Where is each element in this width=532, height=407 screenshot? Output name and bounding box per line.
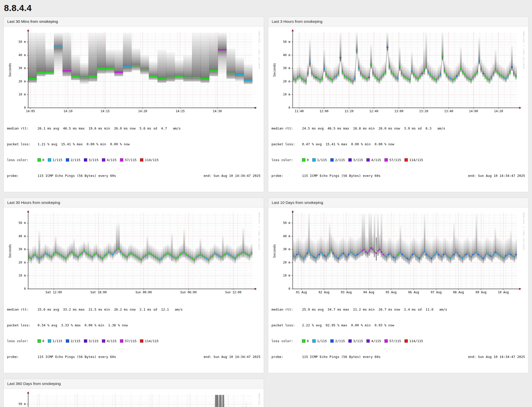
median-rtt-row: median rtt: 25.9 ms avg 34.7 ms max 21.2… xyxy=(272,307,525,312)
loss-color-swatch-icon xyxy=(102,158,105,162)
panel-body: median rtt: 24.5 ms avg 46.5 ms max 18.8… xyxy=(268,27,528,192)
loss-color-swatch-icon xyxy=(84,158,87,162)
panel-title: Last 10 Days from smokeping xyxy=(268,198,528,208)
loss-legend-label: 1/115 xyxy=(317,338,327,344)
loss-color-swatch-icon xyxy=(312,339,316,343)
loss-legend-item: 114/115 xyxy=(140,157,159,163)
page-title: 8.8.4.4 xyxy=(0,0,532,17)
loss-legend: 01/1152/1153/1154/11557/115114/115 xyxy=(302,157,427,163)
loss-legend-item: 114/115 xyxy=(140,338,159,344)
loss-legend: 01/1152/1153/1154/11557/115114/115 xyxy=(38,338,162,344)
packet-loss-value: 2.22 % avg 92.95 % max 0.00 % min 0.93 %… xyxy=(302,323,525,328)
panel-title: Last 30 Hours from smokeping xyxy=(4,198,264,208)
probe-row: probe: 115 ICMP Echo Pings (56 Bytes) ev… xyxy=(272,354,525,359)
loss-legend-item: 0 xyxy=(302,338,309,344)
loss-legend-label: 57/115 xyxy=(125,338,137,344)
loss-legend-item: 4/115 xyxy=(366,338,381,344)
median-rtt-value: 24.5 ms avg 46.5 ms max 18.8 ms min 26.0… xyxy=(302,126,525,131)
loss-legend-item: 57/115 xyxy=(120,338,137,344)
packet-loss-row: packet loss: 0.47 % avg 15.41 % max 0.00… xyxy=(272,142,525,147)
end-time: end: Sun Aug 10 14:34:47 2025 xyxy=(468,173,525,178)
graph-panel: Last 10 Days from smokeping median rtt: … xyxy=(268,198,528,373)
loss-legend-label: 4/115 xyxy=(371,338,381,344)
smokeping-graph[interactable] xyxy=(7,29,260,115)
graph-stats: median rtt: 26.1 ms avg 46.5 ms max 19.6… xyxy=(7,115,260,189)
loss-legend-label: 114/115 xyxy=(145,157,159,163)
loss-legend-label: 4/115 xyxy=(371,157,381,163)
packet-loss-value: 0.47 % avg 15.41 % max 0.00 % min 0.00 %… xyxy=(302,142,525,147)
loss-color-row: loss color: 01/1152/1153/1154/11557/1151… xyxy=(7,338,260,344)
probe-value: 115 ICMP Echo Pings (56 Bytes) every 60s xyxy=(38,173,204,178)
median-rtt-row: median rtt: 26.1 ms avg 46.5 ms max 19.6… xyxy=(7,126,260,131)
panel-body: median rtt: 26.1 ms avg 46.5 ms max 19.6… xyxy=(4,27,264,192)
loss-color-swatch-icon xyxy=(348,158,352,162)
loss-color-swatch-icon xyxy=(140,158,143,162)
loss-color-label: loss color: xyxy=(272,338,302,344)
panel-title: Last 30 Mins from smokeping xyxy=(4,17,264,27)
loss-legend-item: 2/115 xyxy=(66,338,80,344)
loss-color-row: loss color: 01/1152/1153/1154/11557/1151… xyxy=(272,157,525,163)
smokeping-graph[interactable] xyxy=(272,210,524,296)
loss-color-swatch-icon xyxy=(102,339,105,343)
loss-legend-item: 1/115 xyxy=(312,157,327,163)
loss-color-swatch-icon xyxy=(48,339,51,343)
probe-label: probe: xyxy=(7,173,38,178)
end-time: end: Sun Aug 10 14:34:47 2025 xyxy=(204,173,260,178)
loss-legend: 01/1152/1153/1154/11557/115114/115 xyxy=(302,338,427,344)
loss-color-swatch-icon xyxy=(330,339,334,343)
loss-legend-item: 57/115 xyxy=(120,157,137,163)
loss-legend-label: 0 xyxy=(307,338,309,344)
loss-legend-label: 57/115 xyxy=(125,157,137,163)
loss-legend-item: 0 xyxy=(38,157,44,163)
packet-loss-row: packet loss: 2.22 % avg 92.95 % max 0.00… xyxy=(272,323,525,328)
loss-legend-item: 114/115 xyxy=(405,157,423,163)
loss-legend-item: 1/115 xyxy=(48,338,62,344)
loss-color-swatch-icon xyxy=(38,339,41,343)
loss-legend-item: 0 xyxy=(302,157,309,163)
panel-body: median rtt: 25.9 ms avg 34.7 ms max 21.2… xyxy=(268,208,528,373)
loss-color-swatch-icon xyxy=(405,339,408,343)
smokeping-graph[interactable] xyxy=(7,391,260,407)
median-rtt-value: 25.9 ms avg 34.7 ms max 21.2 ms min 26.7… xyxy=(302,307,525,312)
loss-legend-item: 3/115 xyxy=(84,157,98,163)
median-rtt-row: median rtt: 25.6 ms avg 33.2 ms max 21.5… xyxy=(7,307,260,312)
loss-legend-item: 2/115 xyxy=(330,157,345,163)
loss-legend-item: 0 xyxy=(38,338,44,344)
smokeping-graph[interactable] xyxy=(7,210,260,296)
loss-legend-label: 1/115 xyxy=(53,157,62,163)
loss-legend-item: 4/115 xyxy=(102,157,116,163)
loss-color-swatch-icon xyxy=(48,158,51,162)
end-time: end: Sun Aug 10 14:34:47 2025 xyxy=(204,354,260,359)
loss-legend-label: 114/115 xyxy=(145,338,159,344)
loss-legend-label: 3/115 xyxy=(89,157,98,163)
loss-legend-item: 1/115 xyxy=(312,338,327,344)
loss-legend-label: 3/115 xyxy=(89,338,98,344)
loss-color-swatch-icon xyxy=(302,158,305,162)
loss-legend-item: 4/115 xyxy=(102,338,116,344)
loss-legend-label: 1/115 xyxy=(53,338,62,344)
loss-color-swatch-icon xyxy=(120,158,123,162)
panel-body: median rtt: 29.4 ms avg 46.9 ms max 23.8… xyxy=(4,389,264,407)
probe-value: 115 ICMP Echo Pings (56 Bytes) every 60s xyxy=(302,354,468,359)
loss-legend-item: 4/115 xyxy=(366,157,381,163)
loss-legend-label: 3/115 xyxy=(353,338,363,344)
loss-color-swatch-icon xyxy=(120,339,123,343)
loss-color-swatch-icon xyxy=(312,158,316,162)
graph-panel: Last 30 Mins from smokeping median rtt: … xyxy=(4,17,264,192)
loss-legend-label: 0 xyxy=(307,157,309,163)
panel-title: Last 3 Hours from smokeping xyxy=(268,17,528,27)
loss-color-swatch-icon xyxy=(38,158,41,162)
loss-color-label: loss color: xyxy=(7,157,38,163)
panel-body: median rtt: 25.6 ms avg 33.2 ms max 21.5… xyxy=(4,208,264,373)
loss-legend-label: 57/115 xyxy=(389,338,401,344)
probe-label: probe: xyxy=(272,173,302,178)
packet-loss-label: packet loss: xyxy=(272,142,302,147)
graph-stats: median rtt: 24.5 ms avg 46.5 ms max 18.8… xyxy=(272,115,525,189)
loss-legend-label: 2/115 xyxy=(71,157,80,163)
packet-loss-value: 0.34 % avg 3.33 % max 0.00 % min 1.36 % … xyxy=(38,323,260,328)
loss-legend-label: 114/115 xyxy=(409,157,423,163)
loss-color-swatch-icon xyxy=(348,339,352,343)
loss-color-swatch-icon xyxy=(84,339,87,343)
smokeping-graph[interactable] xyxy=(272,29,524,115)
loss-color-swatch-icon xyxy=(66,158,69,162)
